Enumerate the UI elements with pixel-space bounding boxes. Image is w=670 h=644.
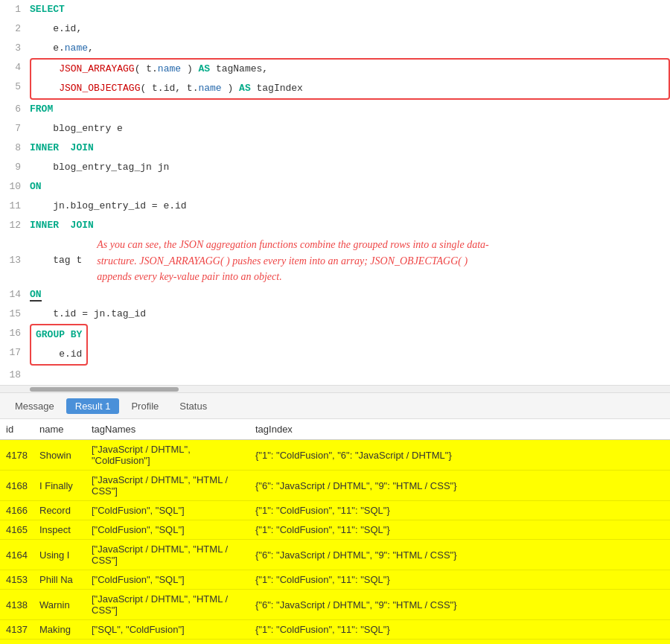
line-num-2: 2 <box>0 19 30 39</box>
results-table: id name tagNames tagIndex 4178 Showin ["… <box>0 419 670 644</box>
code-line-3: 3 e.name, <box>0 39 670 58</box>
table-row: 4137 Making ["SQL", "ColdFusion"] {"1": … <box>0 620 670 640</box>
line-num-9: 9 <box>0 158 30 177</box>
code-line-10: 10 ON <box>0 177 670 197</box>
code-line-9: 9 blog_entry_tag_jn jn <box>0 158 670 177</box>
line-num-13: 13 <box>0 255 30 266</box>
line-content-9: blog_entry_tag_jn jn <box>30 158 670 177</box>
table-row: 4164 Using I ["JavaScript / DHTML", "HTM… <box>0 540 670 570</box>
cell-tagindex: {"1": "ColdFusion", "11": "SQL"} <box>249 501 670 520</box>
cell-id: 4165 <box>0 520 34 540</box>
line-num-15: 15 <box>0 305 30 324</box>
cell-tagnames: ["JavaScript / DHTML", "HTML / CSS"] <box>86 540 249 570</box>
line-content-17: e.id <box>36 345 82 364</box>
cell-name: Using I <box>34 540 86 570</box>
line-content-11: jn.blog_entry_id = e.id <box>30 197 670 216</box>
cell-name: I Finally <box>34 471 86 501</box>
results-container: id name tagNames tagIndex 4178 Showin ["… <box>0 419 670 644</box>
table-row: 4138 Warnin ["JavaScript / DHTML", "HTML… <box>0 590 670 620</box>
cell-tagnames: ["SQL", "ColdFusion"] <box>86 620 249 640</box>
cell-tagindex: {"6": "JavaScript / DHTML", "9": "HTML /… <box>249 540 670 570</box>
cell-tagindex: {"6": "JavaScript / DHTML", "9": "HTML /… <box>249 590 670 620</box>
cell-name: Warnin <box>34 590 86 620</box>
code-line-16-num: 16 <box>0 324 30 343</box>
line-content-1: SELECT <box>30 0 670 19</box>
tabs-bar: Message Result 1 Profile Status <box>0 392 670 419</box>
groupby-box: GROUP BY e.id <box>30 324 88 366</box>
line-num-12: 12 <box>0 216 30 235</box>
annotation: As you can see, the JSON aggregation fun… <box>97 235 499 285</box>
line-num-18: 18 <box>0 366 30 385</box>
cell-tagnames: ["JavaScript / DHTML", "HTML / CSS"] <box>86 471 249 501</box>
line-num-5: 5 <box>0 77 30 97</box>
code-line-18: 18 <box>0 366 670 385</box>
line-content-12: INNER JOIN <box>30 216 670 235</box>
col-header-tagnames: tagNames <box>86 419 249 440</box>
cell-name: Creatin <box>34 640 86 644</box>
line-num-11: 11 <box>0 197 30 216</box>
line-num-6: 6 <box>0 100 30 119</box>
cell-tagindex: {"1": "ColdFusion", "6": "JavaScript / D… <box>249 440 670 471</box>
tab-profile[interactable]: Profile <box>122 398 168 414</box>
table-row: 4168 I Finally ["JavaScript / DHTML", "H… <box>0 471 670 501</box>
line-content-13: tag t <box>30 255 82 266</box>
cell-id: 4136 <box>0 640 34 644</box>
table-row: 4153 Phill Na ["ColdFusion", "SQL"] {"1"… <box>0 570 670 590</box>
code-line-5-num: 5 <box>0 77 30 97</box>
tab-message[interactable]: Message <box>6 398 63 414</box>
line-num-4: 4 <box>0 58 30 77</box>
cell-id: 4137 <box>0 620 34 640</box>
table-row: 4136 Creatin ["SQL", "ColdFusion"] {"1":… <box>0 640 670 644</box>
cell-tagindex: {"1": "ColdFusion", "11": "SQL"} <box>249 570 670 590</box>
highlighted-block: 4 5 JSON_ARRAYAGG( t.name ) AS tagNames,… <box>0 58 670 100</box>
line-num-1: 1 <box>0 0 30 19</box>
cell-tagnames: ["SQL", "ColdFusion"] <box>86 640 249 644</box>
line-num-7: 7 <box>0 119 30 138</box>
cell-name: Phill Na <box>34 570 86 590</box>
line-num-8: 8 <box>0 138 30 158</box>
table-row: 4165 Inspect ["ColdFusion", "SQL"] {"1":… <box>0 520 670 540</box>
cell-id: 4138 <box>0 590 34 620</box>
line-content-18 <box>30 366 670 385</box>
cell-id: 4164 <box>0 540 34 570</box>
cell-tagnames: ["ColdFusion", "SQL"] <box>86 570 249 590</box>
cell-id: 4153 <box>0 570 34 590</box>
line-content-16: GROUP BY <box>36 325 82 345</box>
line-content-6: FROM <box>30 100 670 119</box>
cell-tagnames: ["ColdFusion", "SQL"] <box>86 520 249 540</box>
cell-id: 4166 <box>0 501 34 520</box>
cell-name: Inspect <box>34 520 86 540</box>
code-line-17-num: 17 <box>0 343 30 363</box>
code-line-11: 11 jn.blog_entry_id = e.id <box>0 197 670 216</box>
cell-name: Showin <box>34 440 86 471</box>
code-editor: 1 SELECT 2 e.id, 3 e.name, 4 5 JSON_ARRA… <box>0 0 670 392</box>
code-line-1: 1 SELECT <box>0 0 670 19</box>
cell-tagindex: {"1": "ColdFusion", "11": "SQL"} <box>249 620 670 640</box>
line-num-16: 16 <box>0 324 30 343</box>
groupby-block: 16 17 GROUP BY e.id <box>0 324 670 366</box>
cell-name: Making <box>34 620 86 640</box>
scrollbar-thumb[interactable] <box>30 387 179 392</box>
horizontal-scrollbar[interactable] <box>0 385 670 392</box>
code-line-4: JSON_ARRAYAGG( t.name ) AS tagNames, <box>36 60 664 79</box>
code-line-5: JSON_OBJECTAGG( t.id, t.name ) AS tagInd… <box>36 79 664 98</box>
cell-tagindex: {"1": "ColdFusion", "11": "SQL"} <box>249 520 670 540</box>
code-line-13-row: 13 tag t As you can see, the JSON aggreg… <box>0 235 670 285</box>
tab-result1[interactable]: Result 1 <box>66 398 120 414</box>
code-line-15: 15 t.id = jn.tag_id <box>0 305 670 324</box>
table-row: 4166 Record ["ColdFusion", "SQL"] {"1": … <box>0 501 670 520</box>
line-content-14: ON <box>30 285 670 305</box>
line-content-3: e.name, <box>30 39 670 58</box>
tab-status[interactable]: Status <box>170 398 216 414</box>
code-line-14: 14 ON <box>0 285 670 305</box>
line-content-7: blog_entry e <box>30 119 670 138</box>
table-header-row: id name tagNames tagIndex <box>0 419 670 440</box>
cell-tagnames: ["JavaScript / DHTML", "ColdFusion"] <box>86 440 249 471</box>
table-row: 4178 Showin ["JavaScript / DHTML", "Cold… <box>0 440 670 471</box>
code-line-17: e.id <box>36 345 82 364</box>
cell-tagindex: {"6": "JavaScript / DHTML", "9": "HTML /… <box>249 471 670 501</box>
line-num-10: 10 <box>0 177 30 197</box>
cell-name: Record <box>34 501 86 520</box>
col-header-tagindex: tagIndex <box>249 419 670 440</box>
line-content-5: JSON_OBJECTAGG( t.id, t.name ) AS tagInd… <box>36 79 664 98</box>
